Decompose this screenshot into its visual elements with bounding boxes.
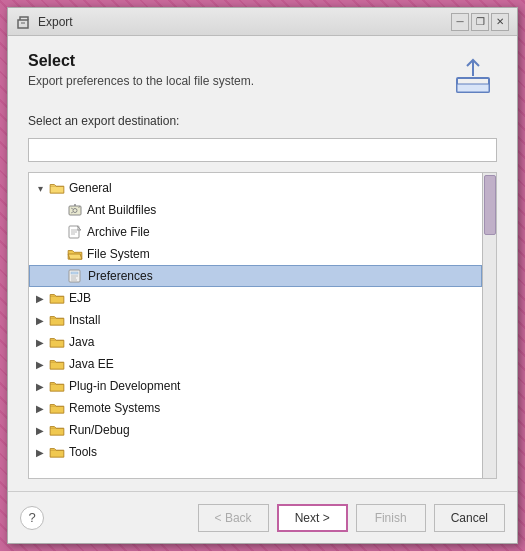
window-controls: ─ ❐ ✕ — [451, 13, 509, 31]
folder-icon — [49, 336, 65, 348]
filter-label: Select an export destination: — [28, 114, 497, 128]
tree-item-label-preferences: Preferences — [88, 269, 153, 283]
expand-icon-java-ee[interactable]: ▶ — [33, 357, 47, 371]
folder-icon — [49, 314, 65, 326]
header-icon — [449, 52, 497, 100]
expand-icon-run-debug[interactable]: ▶ — [33, 423, 47, 437]
expand-icon-ejb[interactable]: ▶ — [33, 291, 47, 305]
help-button[interactable]: ? — [20, 506, 44, 530]
back-button[interactable]: < Back — [198, 504, 269, 532]
folder-icon — [49, 424, 65, 436]
expand-icon-install[interactable]: ▶ — [33, 313, 47, 327]
expand-icon-plugin-dev[interactable]: ▶ — [33, 379, 47, 393]
svg-rect-0 — [18, 20, 28, 28]
tree-item-ant-buildfiles[interactable]: Ant Buildfiles — [29, 199, 482, 221]
tree-list: ▾ General Ant Buildfiles Archive File Fi… — [29, 173, 496, 467]
archive-icon — [67, 225, 83, 239]
tree-item-install[interactable]: ▶ Install — [29, 309, 482, 331]
tree-item-archive-file[interactable]: Archive File — [29, 221, 482, 243]
tree-container[interactable]: ▾ General Ant Buildfiles Archive File Fi… — [28, 172, 497, 479]
title-bar: Export ─ ❐ ✕ — [8, 8, 517, 36]
tree-item-label-remote-systems: Remote Systems — [69, 401, 160, 415]
tree-item-remote-systems[interactable]: ▶ Remote Systems — [29, 397, 482, 419]
svg-rect-3 — [457, 84, 489, 92]
tree-item-tools[interactable]: ▶ Tools — [29, 441, 482, 463]
minimize-button[interactable]: ─ — [451, 13, 469, 31]
tree-item-java-ee[interactable]: ▶ Java EE — [29, 353, 482, 375]
tree-item-run-debug[interactable]: ▶ Run/Debug — [29, 419, 482, 441]
expand-icon-general[interactable]: ▾ — [33, 181, 47, 195]
window-icon — [16, 14, 32, 30]
tree-item-label-plugin-dev: Plug-in Development — [69, 379, 180, 393]
footer: ? < Back Next > Finish Cancel — [8, 491, 517, 543]
folder-open-icon — [67, 248, 83, 260]
folder-icon — [49, 358, 65, 370]
pref-icon — [68, 269, 84, 283]
folder-icon — [49, 446, 65, 458]
tree-item-label-general: General — [69, 181, 112, 195]
tree-item-label-java: Java — [69, 335, 94, 349]
tree-item-java[interactable]: ▶ Java — [29, 331, 482, 353]
page-description: Export preferences to the local file sys… — [28, 74, 449, 88]
export-window: Export ─ ❐ ✕ Select Export preferences t… — [7, 7, 518, 544]
tree-item-label-install: Install — [69, 313, 100, 327]
tree-item-label-archive-file: Archive File — [87, 225, 150, 239]
ant-icon — [67, 203, 83, 217]
finish-button[interactable]: Finish — [356, 504, 426, 532]
tree-item-label-tools: Tools — [69, 445, 97, 459]
tree-item-ejb[interactable]: ▶ EJB — [29, 287, 482, 309]
restore-button[interactable]: ❐ — [471, 13, 489, 31]
svg-rect-14 — [71, 272, 78, 274]
expand-icon-remote-systems[interactable]: ▶ — [33, 401, 47, 415]
tree-item-label-ejb: EJB — [69, 291, 91, 305]
search-input[interactable] — [28, 138, 497, 162]
tree-item-plugin-dev[interactable]: ▶ Plug-in Development — [29, 375, 482, 397]
tree-item-label-run-debug: Run/Debug — [69, 423, 130, 437]
page-title: Select — [28, 52, 449, 70]
export-icon — [451, 54, 495, 98]
scrollbar[interactable] — [482, 173, 496, 478]
folder-icon — [49, 182, 65, 194]
folder-icon — [49, 402, 65, 414]
folder-icon — [49, 380, 65, 392]
scroll-thumb[interactable] — [484, 175, 496, 235]
header-text: Select Export preferences to the local f… — [28, 52, 449, 88]
cancel-button[interactable]: Cancel — [434, 504, 505, 532]
window-title: Export — [38, 15, 445, 29]
tree-item-label-ant-buildfiles: Ant Buildfiles — [87, 203, 156, 217]
tree-item-label-file-system: File System — [87, 247, 150, 261]
tree-item-label-java-ee: Java EE — [69, 357, 114, 371]
folder-icon — [49, 292, 65, 304]
main-content: Select Export preferences to the local f… — [8, 36, 517, 491]
next-button[interactable]: Next > — [277, 504, 348, 532]
tree-item-preferences[interactable]: Preferences — [29, 265, 482, 287]
expand-icon-tools[interactable]: ▶ — [33, 445, 47, 459]
close-button[interactable]: ✕ — [491, 13, 509, 31]
tree-item-general[interactable]: ▾ General — [29, 177, 482, 199]
header-section: Select Export preferences to the local f… — [28, 52, 497, 100]
tree-item-file-system[interactable]: File System — [29, 243, 482, 265]
expand-icon-java[interactable]: ▶ — [33, 335, 47, 349]
